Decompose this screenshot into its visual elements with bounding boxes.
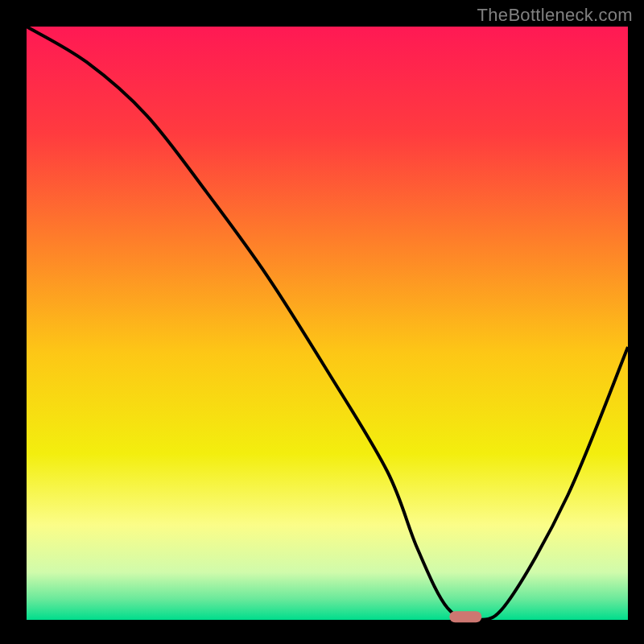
chart-background	[27, 27, 628, 620]
chart-container: TheBottleneck.com	[0, 0, 644, 644]
watermark-text: TheBottleneck.com	[477, 5, 633, 26]
bottleneck-chart	[0, 0, 644, 644]
optimal-marker	[449, 611, 481, 622]
